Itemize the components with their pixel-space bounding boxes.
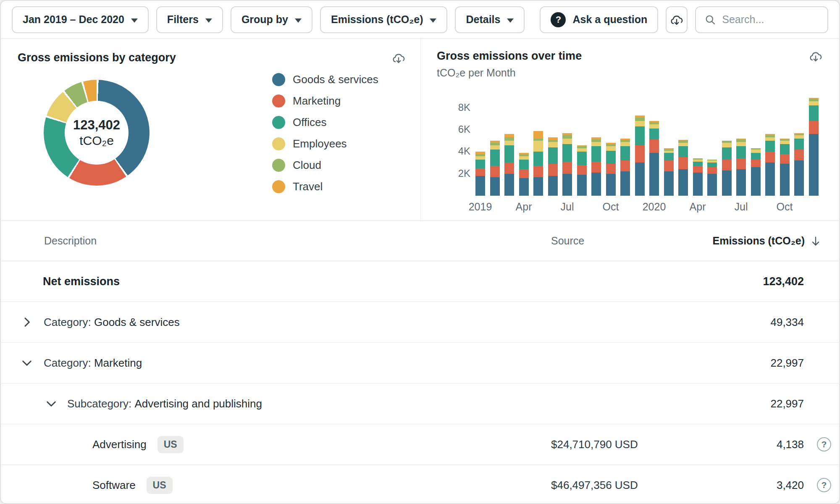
search-input[interactable] <box>722 13 819 26</box>
bar-segment <box>649 153 659 196</box>
bar-jan-2020[interactable] <box>649 89 659 196</box>
legend-swatch-icon <box>272 94 285 108</box>
source-cell: $24,710,790 USD <box>538 438 685 451</box>
bar-segment <box>751 167 761 196</box>
legend-swatch-icon <box>272 137 285 150</box>
details-dropdown[interactable]: Details <box>455 6 525 33</box>
x-tick-label: 2020 <box>643 201 666 213</box>
ask-question-button[interactable]: ? Ask a question <box>540 6 658 33</box>
bar-segment <box>664 153 674 160</box>
bar-aug-2020[interactable] <box>751 89 761 196</box>
bar-plot <box>475 89 819 196</box>
bar-apr-2019[interactable] <box>519 89 529 196</box>
bar-jul-2020[interactable] <box>736 89 746 196</box>
category-legend: Goods & servicesMarketingOfficesEmployee… <box>272 73 378 193</box>
bar-segment <box>736 158 746 169</box>
y-tick-label: 6K <box>437 123 470 135</box>
bar-segment <box>606 164 616 174</box>
chevron-down-icon[interactable] <box>45 397 58 410</box>
download-time-chart-icon[interactable] <box>809 50 822 63</box>
row-prefix: Category: <box>44 357 94 370</box>
download-category-chart-icon[interactable] <box>392 51 405 65</box>
legend-item[interactable]: Travel <box>272 180 378 193</box>
bar-segment <box>591 146 601 162</box>
bar-segment <box>765 163 775 196</box>
bar-jul-2019[interactable] <box>562 89 572 196</box>
bar-segment <box>620 146 630 160</box>
help-circle-icon[interactable]: ? <box>817 437 831 452</box>
legend-item[interactable]: Employees <box>272 137 378 150</box>
legend-label: Employees <box>293 137 347 150</box>
group-by-label: Group by <box>242 13 288 26</box>
bar-nov-2020[interactable] <box>794 89 804 196</box>
header-emissions-sort[interactable]: Emissions (tCO₂e) <box>685 235 840 247</box>
legend-item[interactable]: Offices <box>272 116 378 129</box>
header-source: Source <box>538 235 685 247</box>
bar-jun-2019[interactable] <box>548 89 558 196</box>
bar-segment <box>635 126 645 145</box>
bar-aug-2019[interactable] <box>577 89 587 196</box>
row-label: Software <box>92 479 136 492</box>
bar-segment <box>533 131 543 139</box>
bar-mar-2020[interactable] <box>678 89 688 196</box>
legend-item[interactable]: Cloud <box>272 159 378 172</box>
legend-item[interactable]: Marketing <box>272 94 378 108</box>
bar-may-2020[interactable] <box>707 89 717 196</box>
group-by-dropdown[interactable]: Group by <box>231 6 312 33</box>
bar-jun-2020[interactable] <box>722 89 732 196</box>
bar-dec-2019[interactable] <box>635 89 645 196</box>
sort-descending-icon <box>810 235 822 247</box>
table-row-marketing[interactable]: Category: Marketing22,997 <box>1 343 839 383</box>
bar-segment <box>751 153 761 160</box>
measure-dropdown[interactable]: Emissions (tCO₂e) <box>320 6 447 33</box>
time-panel-title: Gross emissions over time <box>437 50 582 63</box>
bar-sep-2019[interactable] <box>591 89 601 196</box>
bar-segment <box>707 167 717 174</box>
table-row-goods-services[interactable]: Category: Goods & services49,334 <box>1 302 839 343</box>
bar-mar-2019[interactable] <box>504 89 514 196</box>
help-circle-icon[interactable]: ? <box>817 478 831 492</box>
legend-swatch-icon <box>272 180 285 193</box>
category-donut-chart[interactable]: 123,402 tCO₂e <box>44 80 150 186</box>
legend-item[interactable]: Goods & services <box>272 73 378 86</box>
bar-segment <box>504 145 514 163</box>
bar-segment <box>678 143 688 146</box>
bar-nov-2019[interactable] <box>620 89 630 196</box>
bar-segment <box>533 166 543 177</box>
x-tick-label: Jul <box>561 201 574 213</box>
x-tick-label: Oct <box>603 201 619 213</box>
download-button[interactable] <box>666 6 688 33</box>
bar-apr-2020[interactable] <box>693 89 703 196</box>
bar-feb-2019[interactable] <box>490 89 500 196</box>
description-cell: Category: Goods & services <box>1 315 538 329</box>
chevron-down-icon[interactable] <box>20 356 34 370</box>
bar-segment <box>722 160 732 171</box>
description-cell: Category: Marketing <box>1 356 538 370</box>
bar-dec-2020[interactable] <box>809 89 819 196</box>
chevron-right-icon[interactable] <box>20 315 34 329</box>
bar-feb-2020[interactable] <box>664 89 674 196</box>
y-tick-label: 2K <box>437 168 470 179</box>
legend-swatch-icon <box>272 116 285 129</box>
table-row-advertising: AdvertisingUS$24,710,790 USD4,138? <box>1 424 839 465</box>
row-label: Goods & services <box>94 316 180 329</box>
bar-may-2019[interactable] <box>533 89 543 196</box>
bar-segment <box>519 178 529 196</box>
bar-segment <box>606 174 616 196</box>
bar-segment <box>475 156 485 160</box>
bar-oct-2019[interactable] <box>606 89 616 196</box>
table-row-advertising-and-publishing[interactable]: Subcategory: Advertising and publishing2… <box>1 383 839 424</box>
filters-dropdown[interactable]: Filters <box>156 6 223 33</box>
bar-segment <box>649 129 659 139</box>
legend-label: Cloud <box>293 159 321 172</box>
bar-segment <box>475 168 485 176</box>
bar-oct-2020[interactable] <box>780 89 790 196</box>
bar-segment <box>533 152 543 166</box>
bar-segment <box>707 163 717 167</box>
filters-label: Filters <box>167 13 199 26</box>
bar-y-axis: 2K4K6K8K <box>437 89 470 196</box>
bar-jan-2019[interactable] <box>475 89 485 196</box>
charts-section: Gross emissions by category 123,402 tCO₂… <box>1 39 839 221</box>
date-range-dropdown[interactable]: Jan 2019 – Dec 2020 <box>12 6 149 33</box>
bar-sep-2020[interactable] <box>765 89 775 196</box>
